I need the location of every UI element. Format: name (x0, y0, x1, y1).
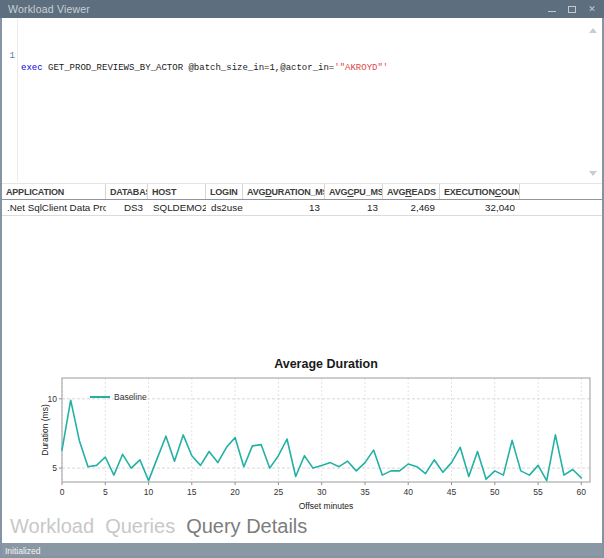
line-number: 1 (2, 50, 15, 62)
status-text: Initialized (0, 546, 40, 556)
column-header-executioncount[interactable]: EXECUTIONCOUNT (440, 184, 520, 199)
cell-avgcpu-ms[interactable]: 13 (325, 200, 383, 215)
cell-application[interactable]: .Net SqlClient Data Provider (2, 200, 106, 215)
cell-executioncount[interactable]: 32,040 (440, 200, 520, 215)
svg-text:Baseline: Baseline (114, 392, 147, 402)
svg-text:10: 10 (144, 487, 154, 497)
code-line: 1 exec GET_PROD_REVIEWS_BY_ACTOR @batch_… (2, 38, 602, 50)
minimize-icon (548, 11, 556, 12)
svg-text:60: 60 (577, 487, 587, 497)
sql-body: GET_PROD_REVIEWS_BY_ACTOR @batch_size_in… (43, 63, 335, 73)
cell-login[interactable]: ds2user (206, 200, 243, 215)
svg-text:10: 10 (48, 394, 58, 404)
svg-text:Duration (ms): Duration (ms) (40, 404, 50, 456)
column-header-avgduration-ms[interactable]: AVGDURATION_MS (243, 184, 325, 199)
svg-text:15: 15 (187, 487, 197, 497)
minimize-button[interactable] (542, 0, 562, 18)
view-tabs: Workload Queries Query Details (10, 512, 307, 540)
maximize-icon (568, 6, 576, 13)
svg-text:55: 55 (533, 487, 543, 497)
workload-viewer-window: Workload Viewer ✕ 1 exec GET_PROD_REVIEW… (0, 0, 604, 558)
column-header-filler (520, 184, 602, 199)
cell-database[interactable]: DS3 (106, 200, 148, 215)
maximize-button[interactable] (562, 0, 582, 18)
column-header-login[interactable]: LOGIN (206, 184, 243, 199)
cell-avgduration-ms[interactable]: 13 (243, 200, 325, 215)
svg-text:0: 0 (60, 487, 65, 497)
status-bar: Initialized (0, 543, 604, 558)
svg-text:5: 5 (52, 463, 57, 473)
cell-filler (520, 200, 602, 215)
cell-host[interactable]: SQLDEMO2019 (148, 200, 206, 215)
column-header-avgcpu-ms[interactable]: AVGCPU_MS (325, 184, 383, 199)
window-controls: ✕ (542, 0, 602, 18)
svg-text:45: 45 (447, 487, 457, 497)
sql-statement: exec GET_PROD_REVIEWS_BY_ACTOR @batch_si… (21, 62, 388, 74)
grid-header-row: APPLICATION DATABASE HOST LOGIN AVGDURAT… (2, 183, 602, 200)
column-header-host[interactable]: HOST (148, 184, 206, 199)
svg-text:Offset minutes: Offset minutes (299, 501, 354, 511)
results-grid: APPLICATION DATABASE HOST LOGIN AVGDURAT… (2, 183, 602, 216)
close-button[interactable]: ✕ (582, 0, 602, 18)
cell-avgreads[interactable]: 2,469 (383, 200, 440, 215)
svg-text:20: 20 (230, 487, 240, 497)
title-bar[interactable]: Workload Viewer ✕ (0, 0, 604, 18)
scroll-down-icon[interactable] (589, 171, 597, 176)
column-header-avgreads[interactable]: AVGREADS (383, 184, 440, 199)
tab-workload[interactable]: Workload (10, 512, 94, 540)
sql-string-literal: '"AKROYD"' (334, 63, 388, 73)
editor-scrollbar[interactable] (587, 20, 599, 180)
grid-data-row[interactable]: .Net SqlClient Data Provider DS3 SQLDEMO… (2, 200, 602, 216)
query-editor[interactable]: 1 exec GET_PROD_REVIEWS_BY_ACTOR @batch_… (2, 18, 602, 182)
tab-queries[interactable]: Queries (105, 512, 175, 540)
tab-query-details[interactable]: Query Details (186, 512, 307, 540)
window-title: Workload Viewer (0, 3, 90, 15)
column-header-application[interactable]: APPLICATION (2, 184, 106, 199)
scroll-up-icon[interactable] (589, 28, 597, 33)
svg-text:30: 30 (317, 487, 327, 497)
column-header-database[interactable]: DATABASE (106, 184, 148, 199)
svg-text:50: 50 (490, 487, 500, 497)
svg-text:35: 35 (360, 487, 370, 497)
svg-text:40: 40 (403, 487, 413, 497)
average-duration-chart: 051015202530354045505560510BaselineOffse… (0, 355, 604, 515)
sql-keyword: exec (21, 63, 43, 73)
svg-text:5: 5 (103, 487, 108, 497)
svg-text:25: 25 (274, 487, 284, 497)
close-icon: ✕ (588, 5, 596, 14)
